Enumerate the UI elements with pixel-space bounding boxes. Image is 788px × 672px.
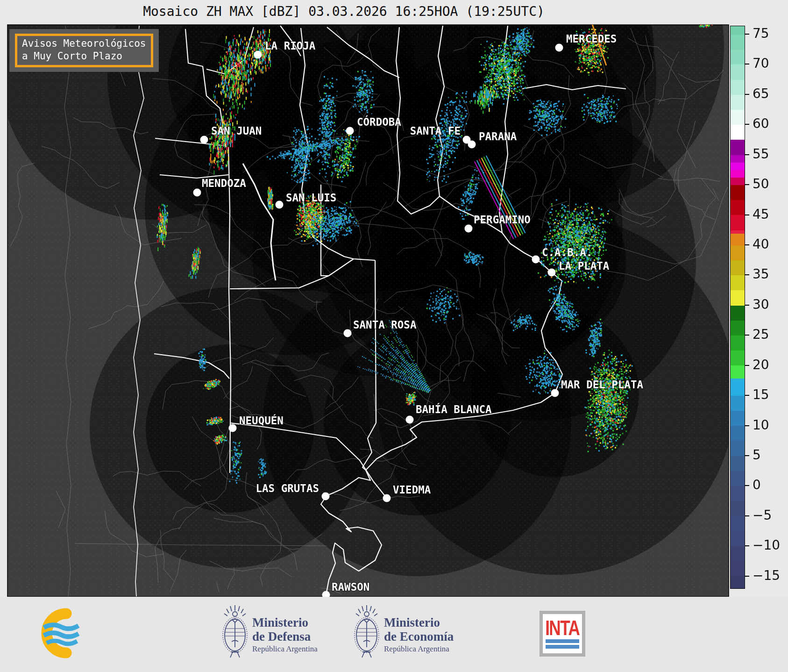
city-marker: MAR DEL PLATA <box>551 379 644 397</box>
city-label: MERCEDES <box>566 33 617 45</box>
city-label: LA RIOJA <box>265 40 316 52</box>
colorbar-tick <box>745 244 749 245</box>
colorbar-tick-label: 20 <box>753 357 769 372</box>
colorbar-segment <box>731 379 745 396</box>
colorbar-tick <box>745 305 749 306</box>
colorbar-tick-label: −5 <box>753 508 772 523</box>
colorbar-tick <box>745 154 749 155</box>
colorbar-segment <box>731 411 745 426</box>
colorbar-segment <box>731 170 745 178</box>
colorbar-segment <box>731 125 745 140</box>
inta-logo-text: INTA <box>545 619 579 637</box>
colorbar-segment <box>731 441 745 456</box>
colorbar-tick-label: 35 <box>753 266 769 282</box>
colorbar-segment <box>731 290 745 305</box>
city-dot <box>383 494 391 502</box>
colorbar-tick-label: 25 <box>753 327 769 342</box>
colorbar-segment <box>731 275 745 290</box>
colorbar-tick-label: −15 <box>753 568 780 583</box>
colorbar-segment <box>731 178 745 185</box>
city-dot <box>276 201 284 209</box>
colorbar-segment <box>731 350 745 365</box>
colorbar-segment <box>731 26 745 35</box>
city-dot <box>532 256 540 264</box>
city-marker: PARANA <box>468 130 517 149</box>
defensa-logo-text: Ministerio de Defensa República Argentin… <box>252 615 318 654</box>
smn-logo-icon <box>28 606 80 661</box>
alert-line-2: a Muy Corto Plazo <box>22 50 146 63</box>
city-label: VIEDMA <box>393 484 431 496</box>
city-dot <box>322 493 330 500</box>
colorbar-tick <box>745 425 749 426</box>
city-marker: MERCEDES <box>555 33 617 52</box>
colorbar-segment <box>731 260 745 275</box>
city-label: PARANA <box>479 130 517 143</box>
colorbar-tick-label: −10 <box>753 537 780 553</box>
colorbar-segment <box>731 471 745 486</box>
city-label: SANTA FE <box>410 125 461 137</box>
city-label: SANTA ROSA <box>353 319 417 331</box>
city-dot <box>551 389 559 397</box>
colorbar-segment <box>731 35 745 50</box>
colorbar-segment <box>731 245 745 260</box>
alert-badge[interactable]: Avisos Meteorológicos a Muy Corto Plazo <box>9 29 159 72</box>
inta-logo: INTA <box>540 611 585 657</box>
alert-line-1: Avisos Meteorológicos <box>22 37 146 50</box>
city-label: SAN JUAN <box>211 125 262 137</box>
city-marker: SANTA ROSA <box>344 319 417 337</box>
colorbar-tick-label: 0 <box>753 477 761 493</box>
economia-crest-icon <box>350 601 383 667</box>
colorbar-tick-label: 50 <box>753 176 769 192</box>
colorbar-tick <box>745 94 749 95</box>
colorbar-segment <box>731 336 745 350</box>
colorbar-tick-label: 15 <box>753 387 769 402</box>
city-label: MAR DEL PLATA <box>561 379 644 391</box>
city-label: LA PLATA <box>559 260 610 272</box>
colorbar-segment <box>731 230 745 234</box>
colorbar-tick <box>745 124 749 125</box>
colorbar-tick <box>745 365 749 366</box>
colorbar-segment <box>731 516 745 531</box>
colorbar-segment <box>731 200 745 215</box>
colorbar-tick-label: 65 <box>753 86 769 101</box>
city-dot <box>555 44 563 52</box>
colorbar-tick <box>745 34 749 35</box>
city-marker: MENDOZA <box>193 177 247 197</box>
city-label: SAN LUIS <box>286 192 336 204</box>
city-label: LAS GRUTAS <box>256 482 319 494</box>
colorbar-segment <box>731 140 745 155</box>
city-labels-layer: LA RIOJAMERCEDESSAN JUANCÓRDOBASANTA FEP… <box>0 0 788 672</box>
colorbar-segment <box>731 396 745 411</box>
city-marker: SAN JUAN <box>200 125 262 144</box>
colorbar-tick <box>745 545 749 546</box>
colorbar-segment <box>731 576 745 588</box>
colorbar-tick-label: 10 <box>753 417 769 433</box>
alert-badge-border: Avisos Meteorológicos a Muy Corto Plazo <box>15 34 153 67</box>
city-marker: PERGAMINO <box>465 214 531 233</box>
city-label: C.A.B.A. <box>542 246 592 258</box>
colorbar-segment <box>731 234 745 245</box>
colorbar-segment <box>731 531 745 546</box>
colorbar-segment <box>731 486 745 501</box>
city-label: MENDOZA <box>202 177 246 189</box>
colorbar-tick <box>745 274 749 275</box>
city-marker: NEUQUÉN <box>229 414 284 432</box>
city-label: PERGAMINO <box>474 214 531 226</box>
city-dot <box>344 329 352 337</box>
inta-bar-2 <box>546 645 579 649</box>
colorbar-segment <box>731 306 745 321</box>
city-marker: BAHÍA BLANCA <box>406 403 492 424</box>
colorbar-tick <box>745 515 749 516</box>
city-marker: RAWSON <box>322 581 370 599</box>
city-label: RAWSON <box>332 581 369 593</box>
economia-logo-text: Ministerio de Economía República Argenti… <box>384 615 454 654</box>
city-marker: SANTA FE <box>410 125 471 144</box>
radar-mosaic-screen: Mosaico ZH MAX [dBZ] 03.03.2026 16:25HOA… <box>0 0 788 672</box>
city-dot <box>254 51 262 59</box>
city-dot <box>346 127 354 135</box>
city-marker: LAS GRUTAS <box>256 482 330 500</box>
colorbar-segment <box>731 50 745 64</box>
colorbar-segment <box>731 185 745 200</box>
colorbar-tick <box>745 485 749 486</box>
colorbar-segment <box>731 321 745 336</box>
